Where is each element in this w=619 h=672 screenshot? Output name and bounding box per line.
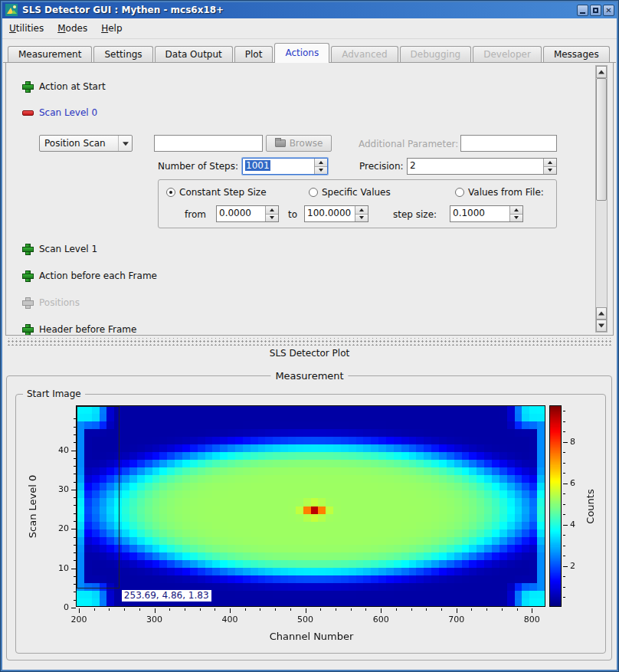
precision-label: Precision: <box>359 161 404 172</box>
to-label: to <box>288 209 297 220</box>
radio-specific-label[interactable]: Specific Values <box>322 187 391 198</box>
tab-settings[interactable]: Settings <box>93 46 152 62</box>
additional-parameter-field[interactable] <box>460 135 557 152</box>
action-before-frame-label[interactable]: Action before each Frame <box>39 270 157 281</box>
radio-specific-values[interactable] <box>309 188 318 197</box>
splitter-handle[interactable] <box>6 338 613 346</box>
precision-spinbox[interactable]: 2 <box>407 158 557 175</box>
radio-file-label[interactable]: Values from File: <box>468 187 544 198</box>
scroll-thumb[interactable] <box>596 78 607 201</box>
scan-script-field[interactable] <box>154 135 263 152</box>
spin-up-button[interactable] <box>266 206 278 215</box>
tab-bar: MeasurementSettingsData OutputPlotAction… <box>3 43 616 63</box>
spin-down-button[interactable] <box>315 167 327 175</box>
spin-up-button[interactable] <box>544 159 556 167</box>
tab-messages[interactable]: Messages <box>543 46 610 62</box>
minimize-button[interactable] <box>577 5 588 16</box>
y-axis-title: Scan Level 0 <box>27 475 38 538</box>
expand-plus-icon[interactable] <box>22 81 32 91</box>
plot-dock-title: SLS Detector Plot <box>0 348 619 359</box>
start-image-group-title: Start Image <box>23 388 85 399</box>
additional-parameter-label: Additional Parameter: <box>359 139 458 149</box>
title-bar[interactable]: SLS Detector GUI : Mythen - mcs6x18+ ✕ <box>2 2 617 18</box>
radio-constant-step-size[interactable] <box>166 188 175 197</box>
heatmap-plot[interactable] <box>76 405 545 607</box>
expand-plus-icon-disabled <box>22 297 32 307</box>
scroll-down-button[interactable] <box>596 320 607 332</box>
number-of-steps-value[interactable]: 1001 <box>245 160 270 171</box>
colorbar <box>549 405 562 607</box>
spin-down-button[interactable] <box>510 215 522 222</box>
positions-label: Positions <box>39 297 80 308</box>
actions-tab-panel: Action at Start Scan Level 0 Position Sc… <box>5 63 614 336</box>
tab-measurement[interactable]: Measurement <box>8 46 92 62</box>
spin-down-button[interactable] <box>266 215 278 222</box>
browse-button: Browse <box>266 135 332 152</box>
colorbar-title: Counts <box>585 489 596 523</box>
spin-down-button[interactable] <box>355 215 368 222</box>
radio-values-from-file[interactable] <box>455 188 464 197</box>
close-button[interactable]: ✕ <box>603 5 614 16</box>
folder-icon <box>275 139 286 147</box>
tab-advanced: Advanced <box>331 46 398 62</box>
header-before-frame-label[interactable]: Header before Frame <box>39 324 136 335</box>
scan-mode-value: Position Scan <box>40 138 118 149</box>
menu-bar: UtilitiesModesHelp <box>2 18 617 39</box>
step-size-spinbox[interactable]: 0.1000 <box>450 205 523 222</box>
expand-plus-icon[interactable] <box>22 324 32 334</box>
from-label: from <box>185 209 206 220</box>
step-size-label: step size: <box>393 209 437 220</box>
zoom-selection-rect <box>77 406 120 588</box>
window-title: SLS Detector GUI : Mythen - mcs6x18+ <box>22 2 224 18</box>
browse-label: Browse <box>290 138 323 149</box>
tab-developer: Developer <box>473 46 542 62</box>
measurement-group-title: Measurement <box>270 370 348 382</box>
app-icon <box>5 4 18 16</box>
scan-level-0-label[interactable]: Scan Level 0 <box>39 107 97 118</box>
scroll-up-button[interactable] <box>596 66 607 78</box>
minimize-icon <box>580 12 585 14</box>
x-axis-title: Channel Number <box>77 631 546 642</box>
menu-item-utilities[interactable]: Utilities <box>2 18 51 38</box>
chevron-down-icon <box>118 136 132 151</box>
close-icon: ✕ <box>604 5 614 15</box>
step-size-value[interactable]: 0.1000 <box>453 208 485 218</box>
maximize-button[interactable] <box>590 5 601 16</box>
actions-scrollbar[interactable] <box>595 65 608 333</box>
collapse-minus-icon[interactable] <box>22 107 32 117</box>
scan-mode-select[interactable]: Position Scan <box>39 135 133 152</box>
expand-plus-icon[interactable] <box>22 244 32 254</box>
precision-value[interactable]: 2 <box>410 160 416 171</box>
main-window: SLS Detector GUI : Mythen - mcs6x18+ ✕ U… <box>0 0 619 672</box>
cursor-readout: 253.69, 4.86, 1.83 <box>122 590 211 602</box>
tab-debugging: Debugging <box>400 46 472 62</box>
tab-actions[interactable]: Actions <box>274 43 329 63</box>
number-of-steps-spinbox[interactable]: 1001 <box>242 158 328 175</box>
tab-data-output[interactable]: Data Output <box>155 46 233 62</box>
tab-plot[interactable]: Plot <box>234 46 273 62</box>
spin-down-button[interactable] <box>544 167 556 175</box>
spin-up-button[interactable] <box>355 206 368 215</box>
action-at-start-label[interactable]: Action at Start <box>39 81 106 92</box>
from-spinbox[interactable]: 0.0000 <box>216 205 279 222</box>
to-spinbox[interactable]: 100.0000 <box>304 205 368 222</box>
number-of-steps-label: Number of Steps: <box>154 161 238 172</box>
radio-constant-label[interactable]: Constant Step Size <box>179 187 267 198</box>
menu-item-modes[interactable]: Modes <box>51 18 94 38</box>
to-value[interactable]: 100.0000 <box>307 208 351 218</box>
expand-plus-icon[interactable] <box>22 270 32 280</box>
from-value[interactable]: 0.0000 <box>219 208 251 218</box>
scan-level-1-label[interactable]: Scan Level 1 <box>39 244 97 254</box>
spin-up-button[interactable] <box>315 159 327 167</box>
spin-up-button[interactable] <box>510 206 522 215</box>
scroll-up-button-bottom[interactable] <box>596 307 607 320</box>
menu-item-help[interactable]: Help <box>94 18 129 38</box>
maximize-icon <box>593 8 598 13</box>
